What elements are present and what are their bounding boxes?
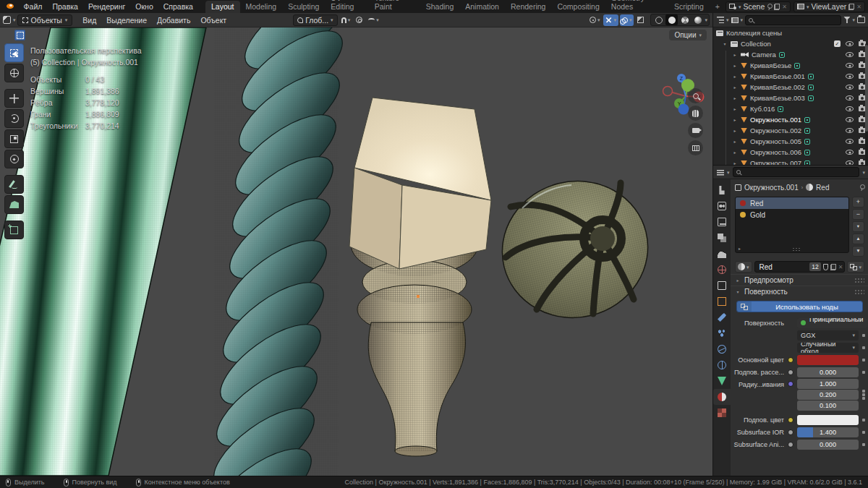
tab-object-data[interactable] (713, 373, 731, 389)
eye-icon[interactable] (846, 74, 854, 79)
radius-y-field[interactable]: 0.200 (797, 390, 859, 400)
menu-help[interactable]: Справка (158, 0, 198, 13)
tab-animation[interactable]: Animation (459, 1, 505, 13)
browse-material-dropdown[interactable]: ▾ (735, 261, 752, 273)
chevron-down-icon[interactable]: ▾ (726, 17, 729, 22)
material-slot-list[interactable]: Red Gold ▸ (735, 197, 849, 253)
outliner-display-icon[interactable] (717, 17, 724, 23)
tab-material[interactable] (713, 389, 731, 405)
fake-user-shield-icon[interactable] (823, 264, 828, 270)
value-socket-icon[interactable] (788, 429, 793, 435)
eye-icon[interactable] (846, 95, 854, 100)
outliner-item-camera[interactable]: ▸ Camera (713, 49, 868, 60)
add-slot-button[interactable]: + (852, 197, 864, 207)
slot-specials-button[interactable]: ▾ (852, 221, 864, 232)
remove-slot-button[interactable]: − (852, 209, 864, 220)
transform-orientation-dropdown[interactable]: Глоб... ▾ (293, 14, 337, 26)
shader-select[interactable]: Принципиальный ... (797, 318, 867, 328)
move-slot-up-button[interactable]: ▲ (852, 234, 864, 244)
scale-tool[interactable] (4, 129, 24, 148)
decorator-dot[interactable] (862, 346, 865, 349)
tab-texture[interactable] (713, 405, 731, 421)
viewlayer-selector[interactable]: ▾ ViewLayer ✕ (793, 1, 865, 12)
disclosure-icon[interactable]: ▸ (732, 150, 738, 155)
zoom-button[interactable] (688, 88, 703, 103)
tool-options-dropdown[interactable]: Опции ▾ (669, 30, 707, 40)
subsurface-color-swatch[interactable] (797, 415, 859, 425)
snap-toggle[interactable]: ▾ (339, 14, 353, 26)
tab-uv-editing[interactable]: UV Editing (325, 0, 368, 13)
material-slot-red[interactable]: Red (736, 197, 848, 209)
disclosure-icon[interactable]: ▸ (732, 139, 738, 144)
disclosure-icon[interactable]: ▸ (732, 85, 738, 90)
eye-icon[interactable] (846, 139, 854, 144)
tab-view-layer[interactable] (713, 230, 731, 246)
menu-edit[interactable]: Правка (47, 0, 82, 13)
collection-checkbox[interactable]: ✓ (834, 40, 841, 47)
outliner-mode-icon[interactable] (731, 17, 739, 23)
menu-render[interactable]: Рендеринг (83, 0, 130, 13)
unlink-icon[interactable]: ✕ (838, 264, 843, 270)
tab-particles[interactable] (713, 325, 731, 341)
outliner-search-input[interactable] (745, 15, 841, 25)
menu-view[interactable]: Вид (78, 16, 101, 25)
annotate-tool[interactable] (4, 175, 24, 194)
proportional-falloff-dropdown[interactable]: ▾ (366, 14, 381, 26)
outliner-item-mesh[interactable]: ▸ Окружность.002 (713, 125, 868, 136)
outliner-item-active[interactable]: ▸ Окружность.001 (713, 114, 868, 125)
tab-output[interactable] (713, 214, 731, 230)
eye-icon[interactable] (846, 85, 854, 90)
eye-icon[interactable] (846, 41, 854, 46)
menu-window[interactable]: Окно (130, 0, 158, 13)
move-tool[interactable] (4, 89, 24, 108)
properties-search-input[interactable] (733, 167, 860, 177)
shading-rendered-button[interactable] (692, 14, 704, 25)
chevron-down-icon[interactable]: ▾ (727, 170, 730, 175)
disclosure-icon[interactable]: ▸ (732, 52, 738, 57)
outliner-item-curve[interactable]: ▸ КриваяБезье.001 (713, 71, 868, 82)
eye-icon[interactable] (846, 106, 854, 111)
tab-shading[interactable]: Shading (420, 1, 460, 13)
tab-render[interactable] (713, 198, 731, 214)
tab-sculpting[interactable]: Sculpting (282, 1, 325, 13)
distribution-dropdown[interactable]: GGX ▾ (797, 330, 859, 341)
mode-dropdown[interactable]: Объекты ▾ (17, 14, 73, 26)
tab-constraints[interactable] (713, 357, 731, 373)
tab-scripting[interactable]: Scripting (668, 1, 710, 13)
eye-icon[interactable] (846, 117, 854, 122)
value-socket-icon[interactable] (788, 442, 793, 448)
outliner-item-mesh[interactable]: ▸ Окружность.007 (713, 158, 868, 165)
scene-selector[interactable]: ▾ Scene ✕ (726, 1, 791, 12)
tab-modifiers[interactable] (713, 309, 731, 325)
add-workspace-button[interactable]: + (710, 1, 726, 13)
delete-scene-icon[interactable]: ✕ (782, 4, 787, 10)
panel-drag-grip[interactable] (854, 289, 864, 295)
value-socket-icon[interactable] (788, 369, 793, 375)
vector-socket-icon[interactable] (788, 381, 793, 387)
eye-icon[interactable] (846, 52, 854, 57)
outliner-item-mesh[interactable]: ▸ Куб.016 (713, 103, 868, 114)
tab-world[interactable] (713, 262, 731, 278)
cursor-tool[interactable] (4, 64, 24, 82)
tab-scene[interactable] (713, 246, 731, 262)
collection-row[interactable]: ▾ Collection ✓ (713, 38, 868, 49)
shading-wireframe-button[interactable] (652, 14, 665, 25)
outliner-item-curve[interactable]: ▸ КриваяБезье.002 (713, 82, 868, 93)
disclosure-icon[interactable]: ▸ (732, 95, 738, 100)
panel-surface[interactable]: ▾ Поверхность (731, 286, 868, 297)
material-slot-gold[interactable]: Gold (736, 209, 848, 221)
subsurface-value-field[interactable]: 0.000 (797, 367, 859, 377)
disclosure-icon[interactable]: ▸ (732, 106, 738, 111)
decorator-dot[interactable] (862, 390, 865, 393)
move-slot-down-button[interactable]: ▼ (852, 246, 864, 257)
active-tool-icon[interactable] (14, 30, 25, 40)
rotate-tool[interactable] (4, 109, 24, 128)
tab-layout[interactable]: Layout (205, 1, 240, 13)
menu-object[interactable]: Объект (196, 16, 231, 25)
pan-button[interactable] (688, 106, 703, 121)
tab-modeling[interactable]: Modeling (240, 1, 283, 13)
tab-collection[interactable] (713, 278, 731, 294)
delete-viewlayer-icon[interactable]: ✕ (856, 4, 861, 10)
add-cube-tool[interactable] (4, 221, 24, 239)
users-count-badge[interactable]: 12 (809, 262, 820, 271)
